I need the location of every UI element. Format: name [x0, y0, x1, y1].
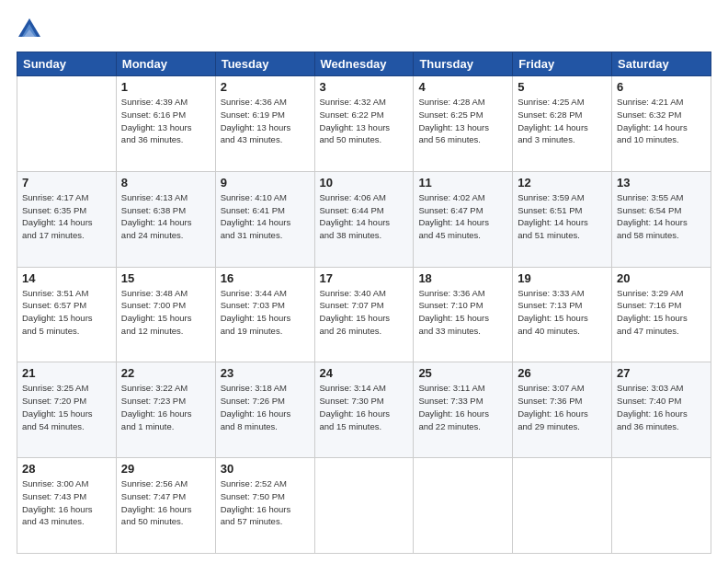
day-number: 7: [22, 176, 111, 190]
calendar-day-cell: 3Sunrise: 4:32 AM Sunset: 6:22 PM Daylig…: [314, 76, 414, 172]
calendar-week-row: 14Sunrise: 3:51 AM Sunset: 6:57 PM Dayli…: [17, 267, 711, 362]
day-info: Sunrise: 3:59 AM Sunset: 6:51 PM Dayligh…: [518, 191, 607, 242]
day-number: 2: [221, 80, 310, 94]
calendar-day-cell: 5Sunrise: 4:25 AM Sunset: 6:28 PM Daylig…: [513, 76, 612, 172]
calendar-day-cell: 29Sunrise: 2:56 AM Sunset: 7:47 PM Dayli…: [116, 458, 215, 554]
calendar-day-cell: 11Sunrise: 4:02 AM Sunset: 6:47 PM Dayli…: [414, 171, 513, 267]
day-number: 8: [121, 176, 210, 190]
day-info: Sunrise: 3:55 AM Sunset: 6:54 PM Dayligh…: [617, 191, 706, 242]
day-info: Sunrise: 3:44 AM Sunset: 7:03 PM Dayligh…: [221, 287, 310, 338]
calendar-day-cell: 27Sunrise: 3:03 AM Sunset: 7:40 PM Dayli…: [612, 362, 711, 458]
day-info: Sunrise: 4:39 AM Sunset: 6:16 PM Dayligh…: [121, 96, 210, 146]
day-info: Sunrise: 3:11 AM Sunset: 7:33 PM Dayligh…: [418, 382, 507, 432]
calendar-table: SundayMondayTuesdayWednesdayThursdayFrid…: [17, 52, 711, 554]
calendar-day-cell: [414, 458, 513, 554]
day-number: 9: [221, 176, 310, 190]
day-number: 27: [617, 366, 706, 380]
calendar-day-cell: 12Sunrise: 3:59 AM Sunset: 6:51 PM Dayli…: [513, 171, 612, 267]
calendar-day-cell: [612, 458, 711, 554]
day-info: Sunrise: 3:29 AM Sunset: 7:16 PM Dayligh…: [617, 287, 706, 338]
calendar-day-cell: 6Sunrise: 4:21 AM Sunset: 6:32 PM Daylig…: [612, 76, 711, 172]
day-info: Sunrise: 3:00 AM Sunset: 7:43 PM Dayligh…: [22, 477, 111, 528]
calendar-day-cell: 1Sunrise: 4:39 AM Sunset: 6:16 PM Daylig…: [116, 76, 215, 172]
day-number: 12: [518, 176, 607, 190]
day-number: 15: [121, 271, 210, 285]
calendar-day-cell: 21Sunrise: 3:25 AM Sunset: 7:20 PM Dayli…: [17, 362, 117, 458]
day-number: 29: [121, 462, 210, 476]
day-number: 25: [418, 366, 507, 380]
calendar-day-cell: 9Sunrise: 4:10 AM Sunset: 6:41 PM Daylig…: [215, 171, 314, 267]
day-number: 14: [22, 271, 111, 285]
calendar-day-cell: 2Sunrise: 4:36 AM Sunset: 6:19 PM Daylig…: [215, 76, 314, 172]
calendar-day-cell: 23Sunrise: 3:18 AM Sunset: 7:26 PM Dayli…: [215, 362, 314, 458]
weekday-header: Saturday: [612, 52, 711, 76]
day-number: 19: [518, 271, 607, 285]
day-info: Sunrise: 3:22 AM Sunset: 7:23 PM Dayligh…: [121, 382, 210, 432]
day-info: Sunrise: 3:33 AM Sunset: 7:13 PM Dayligh…: [518, 287, 607, 338]
day-info: Sunrise: 4:06 AM Sunset: 6:44 PM Dayligh…: [320, 191, 409, 242]
day-number: 28: [22, 462, 111, 476]
day-info: Sunrise: 4:36 AM Sunset: 6:19 PM Dayligh…: [221, 96, 310, 146]
calendar-week-row: 1Sunrise: 4:39 AM Sunset: 6:16 PM Daylig…: [17, 76, 711, 172]
day-info: Sunrise: 2:56 AM Sunset: 7:47 PM Dayligh…: [121, 477, 210, 528]
calendar-day-cell: [314, 458, 414, 554]
page: SundayMondayTuesdayWednesdayThursdayFrid…: [0, 0, 728, 563]
header: [17, 17, 711, 42]
weekday-header: Tuesday: [215, 52, 314, 76]
calendar-day-cell: 18Sunrise: 3:36 AM Sunset: 7:10 PM Dayli…: [414, 267, 513, 362]
day-number: 1: [121, 80, 210, 94]
calendar-day-cell: 25Sunrise: 3:11 AM Sunset: 7:33 PM Dayli…: [414, 362, 513, 458]
calendar-day-cell: 14Sunrise: 3:51 AM Sunset: 6:57 PM Dayli…: [17, 267, 117, 362]
logo-icon: [17, 17, 42, 42]
weekday-header: Monday: [116, 52, 215, 76]
day-info: Sunrise: 3:18 AM Sunset: 7:26 PM Dayligh…: [221, 382, 310, 432]
day-info: Sunrise: 3:07 AM Sunset: 7:36 PM Dayligh…: [518, 382, 607, 432]
calendar-day-cell: 16Sunrise: 3:44 AM Sunset: 7:03 PM Dayli…: [215, 267, 314, 362]
calendar-day-cell: 8Sunrise: 4:13 AM Sunset: 6:38 PM Daylig…: [116, 171, 215, 267]
day-number: 10: [320, 176, 409, 190]
day-info: Sunrise: 4:28 AM Sunset: 6:25 PM Dayligh…: [418, 96, 507, 146]
weekday-header: Friday: [513, 52, 612, 76]
day-number: 18: [418, 271, 507, 285]
day-number: 5: [518, 80, 607, 94]
day-info: Sunrise: 4:10 AM Sunset: 6:41 PM Dayligh…: [221, 191, 310, 242]
day-info: Sunrise: 3:14 AM Sunset: 7:30 PM Dayligh…: [320, 382, 409, 432]
calendar-day-cell: 7Sunrise: 4:17 AM Sunset: 6:35 PM Daylig…: [17, 171, 117, 267]
day-number: 23: [221, 366, 310, 380]
calendar-day-cell: 22Sunrise: 3:22 AM Sunset: 7:23 PM Dayli…: [116, 362, 215, 458]
day-info: Sunrise: 4:21 AM Sunset: 6:32 PM Dayligh…: [617, 96, 706, 146]
calendar-day-cell: 13Sunrise: 3:55 AM Sunset: 6:54 PM Dayli…: [612, 171, 711, 267]
day-info: Sunrise: 4:02 AM Sunset: 6:47 PM Dayligh…: [418, 191, 507, 242]
day-info: Sunrise: 3:40 AM Sunset: 7:07 PM Dayligh…: [320, 287, 409, 338]
calendar-day-cell: 19Sunrise: 3:33 AM Sunset: 7:13 PM Dayli…: [513, 267, 612, 362]
calendar-header-row: SundayMondayTuesdayWednesdayThursdayFrid…: [17, 52, 711, 76]
day-number: 16: [221, 271, 310, 285]
day-info: Sunrise: 4:32 AM Sunset: 6:22 PM Dayligh…: [320, 96, 409, 146]
calendar-week-row: 21Sunrise: 3:25 AM Sunset: 7:20 PM Dayli…: [17, 362, 711, 458]
day-number: 3: [320, 80, 409, 94]
weekday-header: Wednesday: [314, 52, 414, 76]
day-number: 30: [221, 462, 310, 476]
day-info: Sunrise: 3:25 AM Sunset: 7:20 PM Dayligh…: [22, 382, 111, 432]
day-info: Sunrise: 3:36 AM Sunset: 7:10 PM Dayligh…: [418, 287, 507, 338]
day-number: 24: [320, 366, 409, 380]
day-number: 17: [320, 271, 409, 285]
day-info: Sunrise: 2:52 AM Sunset: 7:50 PM Dayligh…: [221, 477, 310, 528]
day-number: 11: [418, 176, 507, 190]
day-number: 20: [617, 271, 706, 285]
day-number: 4: [418, 80, 507, 94]
weekday-header: Sunday: [17, 52, 117, 76]
day-number: 26: [518, 366, 607, 380]
calendar-day-cell: 28Sunrise: 3:00 AM Sunset: 7:43 PM Dayli…: [17, 458, 117, 554]
calendar-day-cell: 17Sunrise: 3:40 AM Sunset: 7:07 PM Dayli…: [314, 267, 414, 362]
calendar-day-cell: [513, 458, 612, 554]
day-info: Sunrise: 3:48 AM Sunset: 7:00 PM Dayligh…: [121, 287, 210, 338]
calendar-day-cell: 10Sunrise: 4:06 AM Sunset: 6:44 PM Dayli…: [314, 171, 414, 267]
calendar-day-cell: 24Sunrise: 3:14 AM Sunset: 7:30 PM Dayli…: [314, 362, 414, 458]
day-number: 22: [121, 366, 210, 380]
day-info: Sunrise: 4:25 AM Sunset: 6:28 PM Dayligh…: [518, 96, 607, 146]
calendar-week-row: 28Sunrise: 3:00 AM Sunset: 7:43 PM Dayli…: [17, 458, 711, 554]
calendar-day-cell: 26Sunrise: 3:07 AM Sunset: 7:36 PM Dayli…: [513, 362, 612, 458]
calendar-day-cell: 30Sunrise: 2:52 AM Sunset: 7:50 PM Dayli…: [215, 458, 314, 554]
calendar-day-cell: 4Sunrise: 4:28 AM Sunset: 6:25 PM Daylig…: [414, 76, 513, 172]
